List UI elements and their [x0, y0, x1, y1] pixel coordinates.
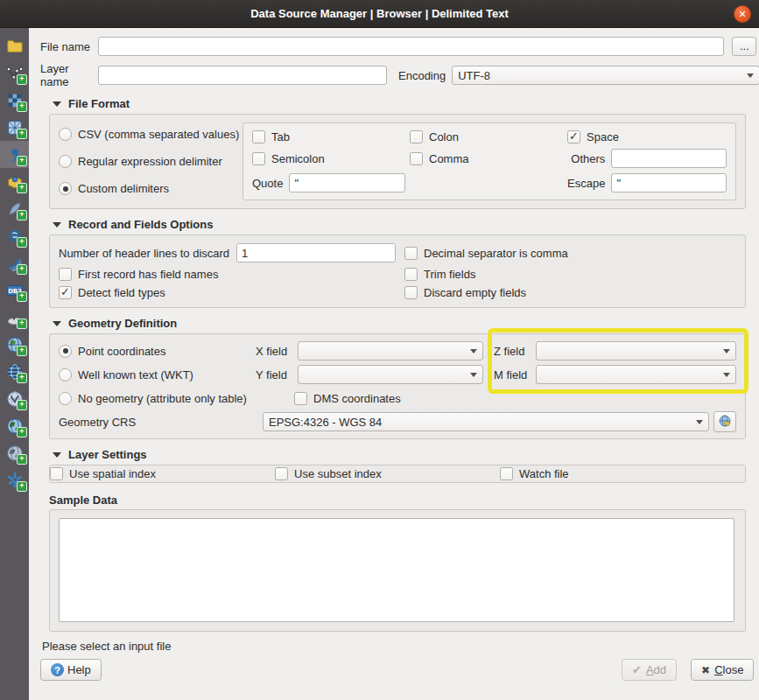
- layer-name-input[interactable]: [98, 66, 387, 85]
- checkbox-detect-field-types[interactable]: Detect field types: [59, 286, 396, 299]
- check-icon: ✔: [632, 663, 642, 676]
- radio-no-geometry[interactable]: No geometry (attribute only table): [59, 392, 294, 405]
- sidebar-item-wfs[interactable]: [0, 385, 29, 412]
- checkbox-trim-fields[interactable]: Trim fields: [404, 268, 736, 281]
- sample-data-view[interactable]: [59, 518, 734, 622]
- window-close-button[interactable]: ✕: [734, 5, 751, 23]
- add-button[interactable]: ✔ Add: [622, 659, 677, 681]
- y-field-combo[interactable]: [298, 365, 483, 384]
- checkbox-tab[interactable]: Tab: [252, 130, 410, 144]
- sidebar-item-vector[interactable]: [0, 60, 29, 87]
- chevron-down-icon: [470, 373, 477, 377]
- m-field-combo[interactable]: [536, 365, 736, 384]
- checkbox-watch-file[interactable]: Watch file: [500, 467, 745, 480]
- escape-label: Escape: [567, 177, 605, 190]
- checkbox-first-record-field-names[interactable]: First record has field names: [59, 268, 396, 281]
- select-crs-button[interactable]: [713, 411, 736, 432]
- sidebar-item-arcgis-map-server[interactable]: [0, 412, 29, 439]
- chevron-down-icon: [747, 74, 754, 78]
- radio-wkt[interactable]: Well known text (WKT): [59, 368, 256, 382]
- file-name-input[interactable]: [98, 37, 724, 56]
- others-input[interactable]: [611, 149, 727, 168]
- chevron-down-icon: [696, 420, 703, 424]
- header-lines-label: Number of header lines to discard: [59, 247, 229, 260]
- geometry-crs-label: Geometry CRS: [59, 416, 256, 429]
- checkbox-space[interactable]: Space: [567, 130, 727, 144]
- file-format-section-header[interactable]: File Format: [53, 97, 759, 110]
- chevron-down-icon: [723, 373, 730, 377]
- escape-input[interactable]: [611, 173, 727, 192]
- m-field-label: M field: [494, 368, 529, 382]
- z-field-label: Z field: [494, 345, 529, 358]
- layer-settings-section-header[interactable]: Layer Settings: [53, 448, 759, 461]
- geometry-section-header[interactable]: Geometry Definition: [53, 317, 759, 330]
- arcgis-map-globe-icon: [5, 416, 25, 436]
- checkbox-box: [275, 467, 288, 480]
- sidebar-item-wms-wmts[interactable]: [0, 331, 29, 358]
- quote-input[interactable]: [289, 173, 405, 192]
- help-icon: ?: [51, 663, 64, 676]
- x-field-label: X field: [256, 345, 291, 358]
- sidebar-item-postgresql[interactable]: [0, 222, 29, 249]
- close-button[interactable]: ✖ Close: [691, 659, 754, 681]
- mesh-layer-icon: [5, 118, 25, 137]
- virtual-layer-icon: [5, 308, 25, 327]
- record-fields-panel: Number of header lines to discard Decima…: [49, 234, 746, 308]
- checkbox-box: [404, 286, 418, 299]
- sidebar-item-virtual-layer[interactable]: [0, 304, 29, 331]
- browse-file-button[interactable]: ...: [732, 37, 756, 56]
- header-lines-spinner[interactable]: [236, 243, 396, 262]
- sidebar-item-mssql[interactable]: [0, 249, 29, 276]
- sidebar-item-spatialite[interactable]: [0, 195, 29, 222]
- sidebar-item-delimited-text[interactable]: [0, 141, 29, 168]
- record-fields-section-header[interactable]: Record and Fields Options: [53, 218, 759, 231]
- checkbox-box: [59, 268, 72, 281]
- titlebar[interactable]: Data Source Manager | Browser | Delimite…: [0, 0, 759, 28]
- help-button[interactable]: ? Help: [40, 659, 102, 681]
- arcgis-feature-globe-icon: [5, 444, 25, 463]
- chevron-down-icon: [470, 349, 477, 354]
- sidebar-item-mesh[interactable]: [0, 114, 29, 141]
- radio-csv[interactable]: CSV (comma separated values): [59, 128, 242, 141]
- encoding-combo[interactable]: UTF-8: [452, 66, 759, 85]
- checkbox-box: [567, 130, 580, 144]
- file-name-label: File name: [40, 40, 91, 53]
- wms-globe-icon: [5, 335, 25, 354]
- collapse-triangle-icon: [53, 102, 61, 107]
- sidebar-item-arcgis-feature-server[interactable]: [0, 439, 29, 466]
- z-field-combo[interactable]: [536, 341, 736, 360]
- custom-delimiters-panel: Tab Colon Space Semicolon: [242, 122, 736, 200]
- checkbox-discard-empty-fields[interactable]: Discard empty fields: [404, 286, 736, 299]
- checkbox-semicolon[interactable]: Semicolon: [252, 152, 410, 165]
- sidebar-item-browser[interactable]: [0, 32, 29, 60]
- sidebar-item-geopackage[interactable]: [0, 168, 29, 195]
- collapse-triangle-icon: [53, 222, 61, 228]
- elephant-icon: [5, 227, 25, 246]
- sidebar-item-raster[interactable]: [0, 87, 29, 114]
- radio-point-coordinates[interactable]: Point coordinates: [59, 345, 256, 358]
- encoding-label: Encoding: [398, 69, 446, 82]
- sail-waves-icon: [5, 254, 25, 273]
- checkbox-dms-coordinates[interactable]: DMS coordinates: [294, 392, 401, 405]
- sample-data-panel: [49, 509, 746, 632]
- wfs-globe-icon: [5, 389, 25, 409]
- x-field-combo[interactable]: [298, 341, 483, 360]
- checkbox-decimal-separator-comma[interactable]: Decimal separator is comma: [404, 247, 736, 260]
- layer-settings-panel: Use spatial index Use subset index Watch…: [49, 465, 746, 483]
- radio-custom-delimiters[interactable]: Custom delimiters: [59, 182, 242, 195]
- checkbox-use-spatial-index[interactable]: Use spatial index: [50, 467, 275, 480]
- checkbox-box: [410, 130, 423, 144]
- checkbox-colon[interactable]: Colon: [410, 130, 567, 144]
- sidebar-item-wcs[interactable]: [0, 358, 29, 385]
- checkbox-comma[interactable]: Comma: [410, 152, 567, 165]
- sidebar-item-geonode[interactable]: [0, 466, 29, 494]
- checkbox-box: [252, 130, 265, 144]
- sidebar-item-db2[interactable]: DB2: [0, 276, 29, 304]
- checkbox-use-subset-index[interactable]: Use subset index: [275, 467, 500, 480]
- header-lines-input[interactable]: [237, 244, 396, 262]
- radio-circle: [59, 182, 72, 195]
- radio-regexp-delimiter[interactable]: Regular expression delimiter: [59, 155, 242, 168]
- geometry-crs-combo[interactable]: EPSG:4326 - WGS 84: [263, 412, 709, 431]
- geonode-snowflake-icon: [5, 471, 25, 490]
- radio-circle: [59, 155, 72, 168]
